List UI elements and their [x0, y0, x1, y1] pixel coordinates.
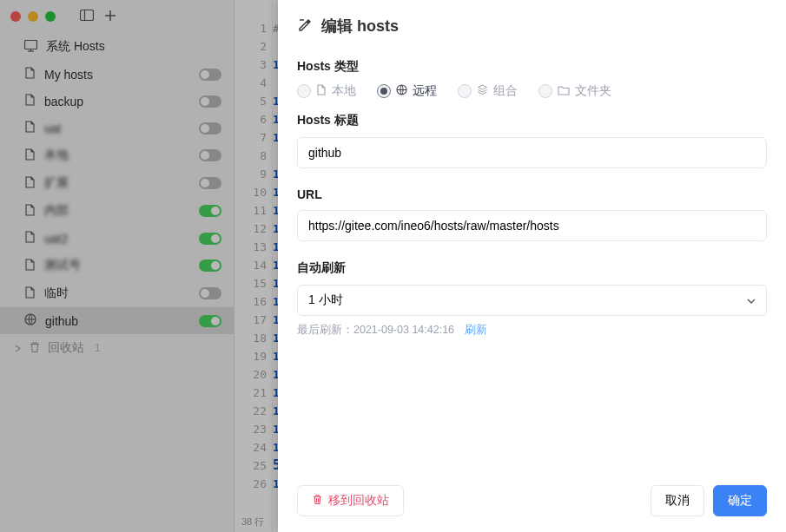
hosts-url-input[interactable]	[297, 210, 767, 241]
move-to-trash-button[interactable]: 移到回收站	[297, 485, 404, 516]
radio-dot	[297, 84, 311, 98]
radio-dot	[458, 84, 472, 98]
modal-body: Hosts 类型 本地 远程 组合	[278, 47, 786, 473]
app-container: 系统 Hosts My hostsbackupuat本地扩展内部uat2测试号临…	[0, 0, 786, 532]
radio-type-group[interactable]: 组合	[458, 83, 518, 99]
trash-icon	[312, 494, 323, 508]
radio-type-remote[interactable]: 远程	[377, 83, 437, 99]
edit-icon	[297, 17, 313, 36]
last-refresh-note: 最后刷新：2021-09-03 14:42:16 刷新	[297, 323, 767, 338]
folder-icon	[558, 84, 570, 98]
refresh-now-link[interactable]: 刷新	[465, 324, 487, 336]
globe-icon	[396, 84, 407, 98]
modal-header: 编辑 hosts	[278, 0, 786, 47]
title-section-label: Hosts 标题	[297, 113, 767, 128]
modal-title: 编辑 hosts	[321, 16, 399, 36]
radio-dot	[377, 84, 391, 98]
radio-type-local[interactable]: 本地	[297, 83, 356, 99]
auto-refresh-select[interactable]	[297, 285, 767, 316]
url-section-label: URL	[297, 187, 767, 201]
hosts-title-input[interactable]	[297, 137, 767, 168]
radio-dot	[538, 84, 552, 98]
radio-type-folder[interactable]: 文件夹	[538, 83, 611, 99]
hosts-type-radio-group: 本地 远程 组合 文件夹	[297, 83, 767, 99]
layers-icon	[477, 84, 488, 98]
file-icon	[316, 84, 327, 98]
edit-hosts-modal: 编辑 hosts Hosts 类型 本地 远程 组合	[278, 0, 786, 532]
confirm-button[interactable]: 确定	[713, 485, 767, 516]
modal-footer: 移到回收站 取消 确定	[278, 473, 786, 532]
cancel-button[interactable]: 取消	[651, 485, 704, 516]
type-section-label: Hosts 类型	[297, 59, 767, 75]
refresh-section-label: 自动刷新	[297, 260, 767, 276]
